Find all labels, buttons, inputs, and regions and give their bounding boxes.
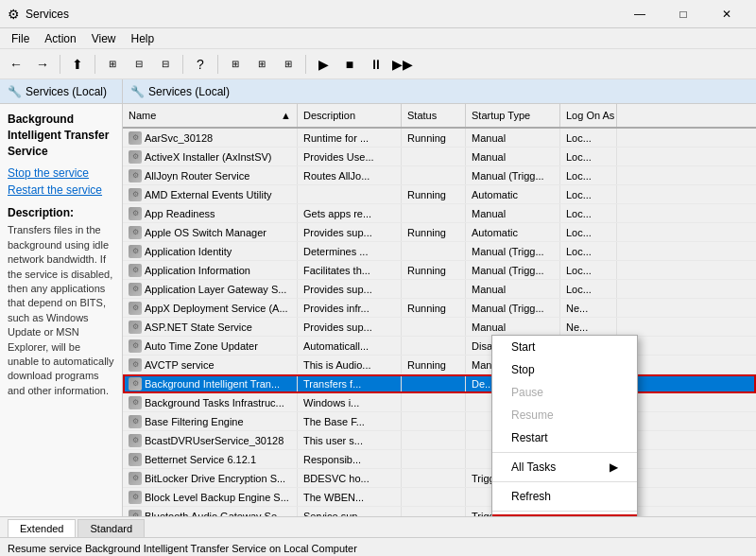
tab-standard[interactable]: Standard [77, 519, 145, 537]
service-desc-cell: Gets apps re... [298, 204, 402, 222]
service-name-text: Background Tasks Infrastruc... [145, 397, 284, 408]
col-header-logon[interactable]: Log On As [560, 104, 617, 127]
context-menu-item-all-tasks[interactable]: All Tasks▶ [492, 456, 637, 478]
service-name-cell: ⚙BitLocker Drive Encryption S... [123, 469, 298, 487]
service-desc-cell: Transfers f... [298, 374, 402, 392]
forward-button[interactable]: → [30, 53, 55, 76]
menu-file[interactable]: File [4, 30, 37, 47]
col-header-startup[interactable]: Startup Type [466, 104, 560, 127]
service-name-cell: ⚙Application Layer Gateway S... [123, 280, 298, 298]
stop-service-link[interactable]: Stop the service [8, 166, 114, 180]
service-name-cell: ⚙AVCTP service [123, 356, 298, 374]
service-icon: ⚙ [129, 283, 142, 296]
context-menu-item-restart[interactable]: Restart [492, 426, 637, 449]
col-header-status[interactable]: Status [402, 104, 466, 127]
service-name-cell: ⚙Application Identity [123, 242, 298, 260]
table-row[interactable]: ⚙AarSvc_30128Runtime for ...RunningManua… [123, 129, 756, 148]
service-name-text: Application Layer Gateway S... [145, 284, 286, 295]
back-button[interactable]: ← [4, 53, 28, 76]
selected-service-name: Background Intelligent Transfer Service [8, 112, 114, 159]
status-bar: Resume service Background Intelligent Tr… [0, 537, 756, 556]
context-menu-item-start[interactable]: Start [492, 336, 637, 358]
service-icon: ⚙ [129, 150, 142, 164]
service-logon-cell: Loc... [560, 223, 617, 241]
minimize-button[interactable]: — [618, 0, 662, 28]
table-row[interactable]: ⚙ActiveX Installer (AxInstSV)Provides Us… [123, 148, 756, 166]
show-console-tree-button[interactable]: ⊞ [100, 53, 125, 76]
context-menu-item-stop[interactable]: Stop [492, 358, 637, 381]
table-row[interactable]: ⚙Background Intelligent Tran...Transfers… [123, 374, 756, 393]
right-panel-title: Services (Local) [148, 85, 230, 98]
table-row[interactable]: ⚙Application InformationFacilitates th..… [123, 261, 756, 280]
table-row[interactable]: ⚙Application Layer Gateway S...Provides … [123, 280, 756, 299]
service-name-cell: ⚙AMD External Events Utility [123, 185, 298, 203]
context-menu-item-refresh[interactable]: Refresh [492, 485, 637, 508]
table-row[interactable]: ⚙AMD External Events UtilityRunningAutom… [123, 185, 756, 204]
service-status-cell [402, 507, 466, 516]
service-name-text: AMD External Events Utility [145, 189, 271, 200]
table-row[interactable]: ⚙Betternet Service 6.12.1Responsib...Loc… [123, 450, 756, 469]
service-status-cell [402, 469, 466, 487]
table-row[interactable]: ⚙Application IdentityDetermines ...Manua… [123, 242, 756, 261]
title-bar: ⚙ Services — □ ✕ [0, 0, 756, 28]
table-row[interactable]: ⚙App ReadinessGets apps re...ManualLoc..… [123, 204, 756, 223]
service-name-text: Apple OS Switch Manager [145, 227, 266, 238]
restart-service-link[interactable]: Restart the service [8, 183, 114, 197]
table-row[interactable]: ⚙Bluetooth Audio Gateway Se...Service su… [123, 507, 756, 516]
view2-button[interactable]: ⊞ [249, 53, 274, 76]
col-header-desc[interactable]: Description [298, 104, 402, 127]
service-name-cell: ⚙Bluetooth Audio Gateway Se... [123, 507, 298, 516]
properties-button[interactable]: ⊟ [153, 53, 178, 76]
service-logon-cell: Loc... [560, 280, 617, 298]
table-row[interactable]: ⚙Auto Time Zone UpdaterAutomaticall...Di… [123, 337, 756, 356]
service-icon: ⚙ [129, 434, 142, 447]
up-button[interactable]: ⬆ [65, 53, 90, 76]
service-status-cell [402, 450, 466, 468]
table-row[interactable]: ⚙BcastDVRUserService_30128This user s...… [123, 431, 756, 450]
context-menu-item-resume: Resume [492, 404, 637, 426]
stop-service-button[interactable]: ■ [337, 53, 362, 76]
service-name-text: Base Filtering Engine [145, 416, 244, 427]
table-row[interactable]: ⚙Background Tasks Infrastruc...Windows i… [123, 393, 756, 412]
view1-button[interactable]: ⊞ [223, 53, 248, 76]
table-row[interactable]: ⚙ASP.NET State ServiceProvides sup...Man… [123, 318, 756, 337]
service-icon: ⚙ [129, 207, 142, 220]
table-row[interactable]: ⚙Apple OS Switch ManagerProvides sup...R… [123, 223, 756, 242]
maximize-button[interactable]: □ [662, 0, 705, 28]
toolbar-separator-4 [217, 55, 218, 74]
service-startup-cell: Manual (Trigg... [466, 261, 560, 279]
menu-view[interactable]: View [84, 30, 124, 47]
close-button[interactable]: ✕ [705, 0, 748, 28]
service-desc-cell: Automaticall... [298, 337, 402, 355]
table-row[interactable]: ⚙Block Level Backup Engine S...The WBEN.… [123, 488, 756, 507]
service-icon: ⚙ [129, 377, 142, 391]
table-row[interactable]: ⚙BitLocker Drive Encryption S...BDESVC h… [123, 469, 756, 488]
toolbar-separator-2 [94, 55, 95, 74]
service-name-cell: ⚙AllJoyn Router Service [123, 166, 298, 184]
toolbar-separator-1 [60, 55, 60, 74]
up-one-level-button[interactable]: ⊟ [127, 53, 151, 76]
menu-action[interactable]: Action [37, 30, 83, 47]
table-row[interactable]: ⚙AppX Deployment Service (A...Provides i… [123, 299, 756, 318]
table-row[interactable]: ⚙AVCTP serviceThis is Audio...RunningMan… [123, 356, 756, 374]
col-header-name[interactable]: Name ▲ [123, 104, 298, 127]
menu-help[interactable]: Help [124, 30, 163, 47]
start-service-button[interactable]: ▶ [311, 53, 335, 76]
pause-service-button[interactable]: ⏸ [364, 53, 388, 76]
tab-extended[interactable]: Extended [8, 519, 76, 537]
service-name-text: Betternet Service 6.12.1 [145, 454, 256, 465]
table-row[interactable]: ⚙AllJoyn Router ServiceRoutes AllJo...Ma… [123, 166, 756, 185]
service-icon: ⚙ [129, 302, 142, 315]
service-startup-cell: Manual (Trigg... [466, 166, 560, 184]
services-table[interactable]: Name ▲ Description Status Startup Type L… [123, 104, 756, 516]
table-body: ⚙AarSvc_30128Runtime for ...RunningManua… [123, 129, 756, 516]
context-menu-item-properties[interactable]: Properties [492, 514, 637, 516]
view3-button[interactable]: ⊞ [276, 53, 301, 76]
service-status-cell [402, 242, 466, 260]
service-name-cell: ⚙ActiveX Installer (AxInstSV) [123, 148, 298, 165]
service-status-cell [402, 204, 466, 222]
help-button[interactable]: ? [188, 53, 213, 76]
resume-service-button[interactable]: ▶▶ [390, 53, 415, 76]
table-row[interactable]: ⚙Base Filtering EngineThe Base F...Loc..… [123, 412, 756, 431]
service-name-cell: ⚙ASP.NET State Service [123, 318, 298, 336]
